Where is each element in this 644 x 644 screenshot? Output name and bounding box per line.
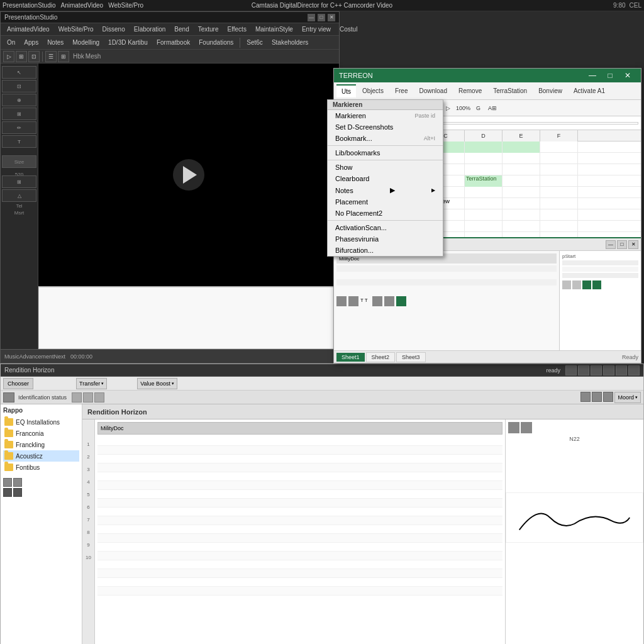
toolbar-apps[interactable]: Apps [20,38,42,47]
ctx-lib-bookmarks[interactable]: Lib/bookmarks [328,147,443,158]
tb2-icon-r1[interactable] [580,392,591,402]
excel-close[interactable]: ✕ [619,69,636,82]
doc-line-11[interactable] [97,525,502,534]
ctx-bookmark[interactable]: Bookmark... Alt+I [328,133,443,144]
tool-text[interactable]: T [2,135,36,148]
cell-f5[interactable] [540,187,578,198]
ctx-notes[interactable]: Notes ▶ [328,184,443,196]
doc-line-6[interactable] [97,481,502,490]
tb2-icon-r3[interactable] [603,392,613,402]
doc-line-2[interactable] [97,446,502,455]
minimize-btn[interactable]: — [308,14,315,21]
bt-icon6[interactable] [628,365,640,375]
sidebar-franckling[interactable]: Franckling [3,439,79,450]
tb2-icon2[interactable] [83,392,93,402]
doc-line-1[interactable] [97,437,502,446]
lower-tb-2[interactable] [348,296,358,306]
doc-line-3[interactable] [97,455,502,464]
menu-texture[interactable]: Texture [194,25,223,34]
toolbar-stakeholders[interactable]: Stakeholders [268,38,312,47]
thumb-4[interactable] [13,488,22,497]
menu-maintain-style[interactable]: MaintainStyle [252,25,297,34]
ctx-set-screenshots[interactable]: Set D-Screenshots [328,121,443,133]
bt-icon3[interactable] [591,365,602,375]
thumb-1[interactable] [3,478,12,487]
sidebar-fontibus[interactable]: Fontibus [3,462,79,473]
lower-tb-3[interactable] [372,296,382,306]
toolbar-modelling[interactable]: Modelling [69,38,103,47]
toolbar-notes[interactable]: Notes [43,38,67,47]
excel-tb-icon10[interactable]: G [473,101,484,116]
menu-costul[interactable]: Costul [336,25,361,34]
sidebar-acousticz[interactable]: Acousticz [3,450,79,462]
tb-icon-3[interactable]: ⊡ [28,51,40,62]
ctx-placement[interactable]: Placement [328,196,443,208]
lower-max[interactable]: □ [617,240,627,249]
cell-d3[interactable] [465,164,502,175]
lr-icon2[interactable] [572,280,581,289]
lr-icon4[interactable] [592,280,601,289]
tb2-icon3[interactable] [94,392,104,402]
tool-sel2[interactable]: ⊞ [2,175,36,188]
tool-move[interactable]: ⊞ [2,108,36,120]
doc-line-17[interactable] [97,578,502,587]
thumb-3[interactable] [3,488,12,497]
doc-line-12[interactable] [97,534,502,543]
tool-sel3[interactable]: △ [2,189,36,202]
sheet-tab-3[interactable]: Sheet3 [396,352,426,362]
ctx-activation-scan[interactable]: ActivationScan... [328,222,443,233]
doc-line-13[interactable] [97,543,502,552]
menu-website-pro[interactable]: WebSite/Pro [55,25,97,34]
tool-crop[interactable]: ⊡ [2,80,36,92]
cell-f4[interactable] [540,175,578,187]
cell-f6[interactable] [540,198,578,209]
excel-maximize[interactable]: □ [602,69,618,82]
excel-tab-bonview[interactable]: Bonview [533,85,567,97]
tool-zoom[interactable]: ⊕ [2,94,36,106]
doc-line-10[interactable] [97,516,502,525]
excel-tab-activate[interactable]: Activate A1 [569,85,610,97]
chooser-btn[interactable]: Chooser [3,378,33,389]
ctx-clearboard[interactable]: Clearboard [328,173,443,184]
toolbar2-icon1[interactable] [3,392,14,402]
menu-animated-video[interactable]: AnimatedVideo [3,25,53,34]
tb2-icon1[interactable] [72,392,82,402]
doc-line-4[interactable] [97,464,502,472]
tb-icon-1[interactable]: ▷ [3,51,14,62]
cell-d8[interactable] [465,221,502,232]
doc-line-14[interactable] [97,552,502,560]
lower-min[interactable]: — [606,240,616,249]
toolbar-foundations[interactable]: Foundations [195,38,237,47]
excel-tab-objects[interactable]: Objects [357,85,389,97]
excel-tab-download[interactable]: Download [414,85,452,97]
lower-tb-5[interactable] [396,296,406,306]
thumb-2[interactable] [13,478,22,487]
doc-line-16[interactable] [97,569,502,578]
cell-f2[interactable] [540,153,578,164]
excel-tb-icon11[interactable]: A⊞ [485,101,500,116]
excel-tab-terrastation[interactable]: TerraStation [488,85,532,97]
cell-d7[interactable] [465,209,502,221]
sheet-tab-2[interactable]: Sheet2 [366,352,396,362]
sidebar-eq[interactable]: EQ Installations [3,416,79,428]
menu-website[interactable]: WebSite/Pro [108,2,143,9]
cell-e2[interactable] [502,153,540,164]
cell-d1[interactable] [465,142,502,153]
cell-d5[interactable] [465,187,502,198]
maximize-btn[interactable]: □ [318,14,325,21]
sidebar-franconia[interactable]: Franconia [3,428,79,439]
cell-d2[interactable] [465,153,502,164]
doc-line-15[interactable] [97,560,502,569]
tool-pen[interactable]: ✏ [2,121,36,134]
ctx-markieren[interactable]: Markieren Paste id [328,110,443,121]
toolbar-formatbook[interactable]: Formatbook [153,38,194,47]
bt-icon2[interactable] [578,365,589,375]
tb-icon-4[interactable]: ☰ [45,51,57,62]
excel-tab-uts[interactable]: Uts [336,84,356,97]
bt-icon4[interactable] [603,365,614,375]
ctx-phases[interactable]: Phasesvirunia [328,233,443,245]
sheet-tab-1[interactable]: Sheet1 [336,353,365,362]
cell-d4[interactable]: TerraStation [465,175,502,187]
lower-tb-1[interactable] [336,296,347,306]
cell-e6[interactable] [502,198,540,209]
